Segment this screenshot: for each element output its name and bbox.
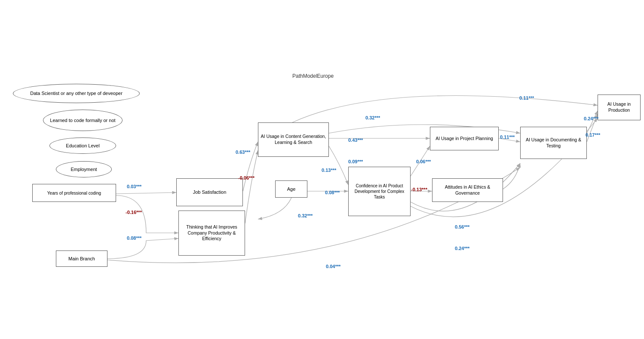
edge-label-004: 0.04*** [326,264,340,269]
edge-label-011a: 0.11*** [500,134,515,140]
node-employment: Employment [56,161,112,177]
node-age: Age [275,180,307,198]
edge-label-008b: 0.08*** [325,190,340,195]
node-education: Education Level [49,137,116,154]
node-data-scientist: Data Scientist or any other type of deve… [13,84,140,103]
node-job-satisfaction: Job Satisfaction [176,178,243,206]
edge-label-011b: 0.11*** [519,95,534,101]
edge-label-neg016: -0.16*** [126,210,142,215]
edge-label-063: 0.63*** [236,150,250,155]
edge-label-024a: 0.24*** [584,116,598,121]
node-confidence-ai: Confidence in AI Product Development for… [348,167,411,216]
edge-label-056: 0.56*** [455,224,469,229]
diagram-container: PathModelEurope Data Scientist or any ot… [0,0,644,339]
node-ai-documenting: AI Usage in Documenting & Testing [520,127,587,159]
node-thinking-ai: Thinking that AI Improves Company Produc… [178,211,245,256]
edge-label-neg013: -0.13*** [411,187,427,192]
edge-label-032b: 0.32*** [298,213,313,218]
edge-label-013: 0.13*** [322,168,336,173]
node-ai-project: AI Usage in Project Planning [430,127,499,150]
diagram-title: PathModelEurope [292,73,334,79]
edge-label-043: 0.43*** [348,137,363,143]
edge-label-024b: 0.24*** [455,246,469,251]
node-main-branch: Main Branch [56,250,107,267]
node-years-coding: Years of professional coding [32,184,116,202]
node-ai-production: AI Usage in Production [598,95,641,120]
edge-label-009: 0.09*** [348,159,363,164]
edge-label-006: 0.06*** [416,159,431,164]
node-attitudes-ai: Attitudes in AI Ethics & Governance [432,178,503,202]
node-learned-code: Learned to code formally or not [43,110,123,131]
edge-label-032a: 0.32*** [365,115,380,120]
node-ai-content: AI Usage in Content Generation, Learning… [258,122,329,157]
edge-label-017: 0.17*** [586,132,600,137]
edge-label-neg006: -0.06*** [238,175,255,180]
edge-label-003: 0.03*** [127,184,141,189]
edge-label-008a: 0.08*** [127,235,141,241]
